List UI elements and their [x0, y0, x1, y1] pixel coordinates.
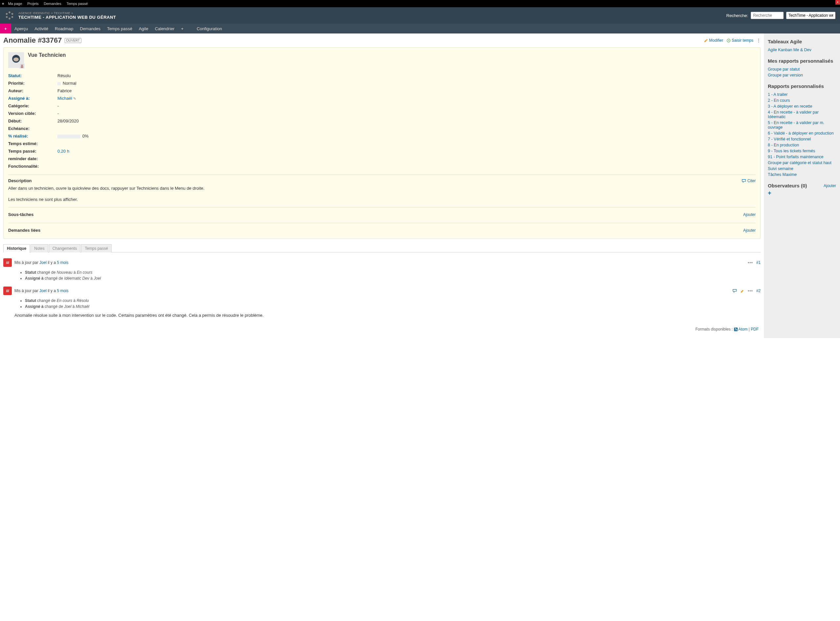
svg-point-2: [12, 16, 14, 18]
pencil-icon[interactable]: [740, 289, 745, 293]
subtasks-add-link[interactable]: Ajouter: [743, 212, 756, 217]
issue-title: Anomalie #33767 OUVERT: [3, 36, 82, 45]
field-passe-value: 0.20 h: [58, 149, 69, 154]
field-statut-label[interactable]: Statut:: [8, 73, 58, 78]
nav-add[interactable]: +: [178, 24, 187, 33]
field-debut-value: 28/09/2020: [58, 118, 79, 123]
field-estime-label: Temps estimé:: [8, 141, 58, 146]
sidebar-agile-heading: Tableaux Agile: [768, 39, 836, 44]
svg-point-0: [9, 12, 11, 14]
sidebar-rapport-11[interactable]: Suivi semaine: [768, 166, 836, 172]
entry-more-icon[interactable]: •••: [748, 260, 753, 265]
format-atom-link[interactable]: Atom: [738, 327, 748, 332]
entry-user-link[interactable]: Joel: [39, 288, 47, 293]
nav-apercu[interactable]: Aperçu: [11, 24, 31, 33]
entry-anchor-link[interactable]: #2: [756, 288, 761, 293]
field-version-value: -: [58, 111, 59, 116]
sidebar-plus-icon[interactable]: +: [768, 190, 772, 197]
issue-subject: Vue Technicien: [28, 52, 66, 58]
topbar-plus-icon[interactable]: +: [2, 2, 5, 6]
sidebar-rapport-2[interactable]: 3 - A déployer en recette: [768, 103, 836, 109]
entry-time-link[interactable]: 5 mois: [57, 288, 68, 293]
nav-activite[interactable]: Activité: [31, 24, 51, 33]
sidebar-observateurs-add[interactable]: Ajouter: [823, 183, 836, 188]
entry-time-link[interactable]: 5 mois: [57, 260, 68, 265]
search-input[interactable]: [751, 12, 784, 19]
topbar-demandes[interactable]: Demandes: [41, 2, 64, 6]
issue-box: Vue Technicien Statut:Résolu Priorité:No…: [3, 47, 761, 239]
sidebar-rapport-5[interactable]: 6 - Validé - à déployer en production: [768, 130, 836, 136]
field-auteur-label: Auteur:: [8, 88, 58, 93]
tab-temps[interactable]: Temps passé: [81, 244, 112, 252]
sidebar: Tableaux Agile Agile Kanban Me & Dev Mes…: [764, 33, 840, 338]
entry-user-link[interactable]: Joel: [39, 260, 47, 265]
svg-rect-12: [21, 66, 23, 68]
entry-anchor-link[interactable]: #1: [756, 260, 761, 265]
sidebar-rapport-12[interactable]: Tâches Maxime: [768, 172, 836, 177]
sidebar-rapport-7[interactable]: 8 - En production: [768, 142, 836, 148]
sidebar-agile-link[interactable]: Agile Kanban Me & Dev: [768, 47, 836, 53]
description-heading: Description: [8, 178, 32, 183]
modifier-link[interactable]: Modifier: [704, 38, 723, 43]
entry-more-icon[interactable]: •••: [748, 288, 753, 293]
speech-icon[interactable]: [733, 288, 737, 293]
clock-icon: [726, 38, 731, 43]
assigne-user-link[interactable]: Michaël: [58, 96, 72, 101]
topbar-close-icon[interactable]: +: [835, 0, 840, 5]
field-reminder-label: reminder date:: [8, 156, 58, 161]
rss-icon: [734, 327, 738, 331]
field-debut-label: Début:: [8, 118, 58, 123]
history-entry: iiiMis à jour par Joel il y a 5 mois•••#…: [3, 256, 761, 284]
sidebar-rapport-6[interactable]: 7 - Vérifié et fonctionnel: [768, 136, 836, 142]
nav-temps[interactable]: Temps passé: [104, 24, 136, 33]
field-realise-label[interactable]: % réalisé:: [8, 133, 58, 138]
topbar-mapage[interactable]: Ma page: [5, 2, 24, 6]
logo-icon: [5, 11, 14, 20]
field-passe-label: Temps passé:: [8, 149, 58, 154]
sidebar-mesrapport-1[interactable]: Groupe par version: [768, 72, 836, 78]
entry-avatar: iii: [3, 286, 12, 295]
svg-point-5: [6, 13, 8, 15]
field-categorie-label: Catégorie:: [8, 103, 58, 108]
citer-link[interactable]: Citer: [742, 179, 756, 183]
svg-point-11: [21, 65, 23, 66]
sidebar-mesrapport-0[interactable]: Groupe par statut: [768, 66, 836, 72]
sidebar-rapport-1[interactable]: 2 - En cours: [768, 97, 836, 103]
sidebar-rapport-10[interactable]: Groupe par catégorie et statut haut: [768, 160, 836, 166]
sidebar-rapport-4[interactable]: 5 - En recette - à valider par m. ouvrag…: [768, 120, 836, 130]
nav-configuration[interactable]: Configuration: [193, 24, 225, 33]
history-list: iiiMis à jour par Joel il y a 5 mois•••#…: [3, 256, 761, 320]
formats-footer: Formats disponibles : Atom | PDF: [3, 327, 761, 332]
change-item: Statut changé de En cours à Résolu: [25, 298, 761, 304]
related-add-link[interactable]: Ajouter: [743, 228, 756, 233]
tab-changements[interactable]: Changements: [49, 244, 81, 252]
more-icon[interactable]: ⋮: [757, 38, 761, 43]
field-version-label: Version cible:: [8, 111, 58, 116]
nav-agile[interactable]: Agile: [136, 24, 151, 33]
sidebar-rapport-3[interactable]: 4 - En recette - à valider par Idéematic: [768, 109, 836, 120]
topbar-temps[interactable]: Temps passé: [64, 2, 91, 6]
sidebar-rapport-9[interactable]: 91 - Point forfaits maintenance: [768, 154, 836, 160]
entry-meta: Mis à jour par Joel il y a 5 mois: [14, 288, 68, 293]
topbar-projets[interactable]: Projets: [24, 2, 41, 6]
breadcrumb: AGENCE IDEEMATIC » TECHTIME »: [18, 12, 116, 15]
nav-plus-button[interactable]: +: [0, 24, 11, 33]
tab-notes[interactable]: Notes: [30, 244, 48, 252]
tab-historique[interactable]: Historique: [3, 244, 30, 252]
page-title: TECHTIME - APPLICATION WEB DU GÉRANT: [18, 15, 116, 20]
nav-demandes[interactable]: Demandes: [76, 24, 104, 33]
temps-passe-link[interactable]: 0.20 h: [58, 149, 69, 154]
pencil-icon: [704, 38, 708, 43]
svg-point-4: [6, 16, 8, 18]
nav-roadmap[interactable]: Roadmap: [51, 24, 76, 33]
field-categorie-value: -: [58, 103, 59, 108]
sidebar-rapport-0[interactable]: 1 - A traiter: [768, 92, 836, 97]
nav-calendrier[interactable]: Calendrier: [151, 24, 178, 33]
project-select[interactable]: [786, 12, 835, 19]
field-assigne-label[interactable]: Assigné à:: [8, 96, 58, 101]
format-pdf-link[interactable]: PDF: [751, 327, 758, 332]
saisir-temps-link[interactable]: Saisir temps: [726, 38, 754, 43]
sidebar-rapport-8[interactable]: 9 - Tous les tickets fermés: [768, 148, 836, 154]
sidebar-observateurs-heading: Observateurs (0): [768, 183, 807, 188]
edit-assigne-icon[interactable]: ✎: [73, 97, 76, 100]
